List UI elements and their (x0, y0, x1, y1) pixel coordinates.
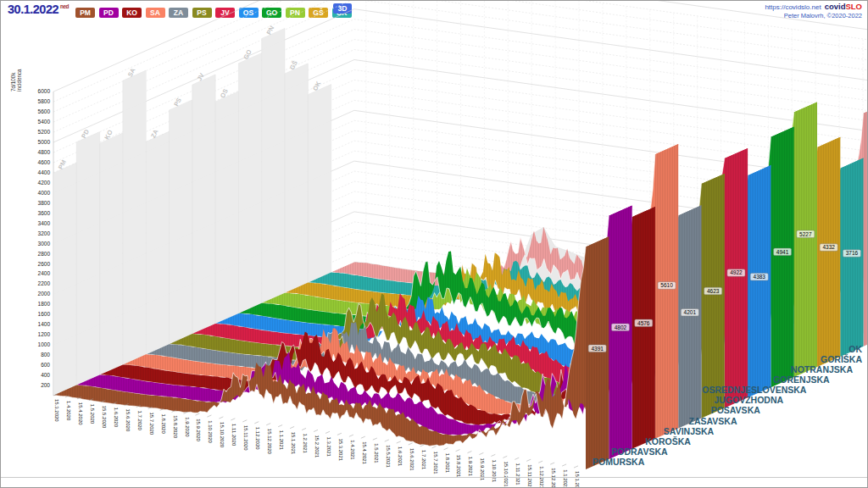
svg-text:800: 800 (41, 352, 50, 358)
svg-text:2200: 2200 (38, 280, 51, 286)
svg-text:5800: 5800 (38, 98, 51, 104)
svg-text:1.11.2021: 1.11.2021 (515, 463, 520, 485)
svg-text:4200: 4200 (38, 180, 51, 186)
bottom-frame-line (1, 477, 867, 478)
svg-text:15.1.2022: 15.1.2022 (575, 471, 580, 488)
svg-text:NOTRANJSKA: NOTRANJSKA (791, 364, 853, 374)
svg-text:3716: 3716 (846, 250, 859, 256)
svg-text:5400: 5400 (38, 119, 51, 125)
svg-text:15.3.2021: 15.3.2021 (338, 438, 343, 461)
svg-text:4391: 4391 (591, 346, 604, 352)
svg-text:KOROŠKA: KOROŠKA (645, 436, 691, 446)
svg-text:5600: 5600 (38, 108, 51, 114)
svg-text:GORENJSKA: GORENJSKA (773, 374, 830, 385)
svg-text:15.10.2021: 15.10.2021 (504, 461, 509, 487)
svg-text:15.11.2020: 15.11.2020 (243, 425, 248, 451)
svg-text:4800: 4800 (38, 149, 51, 155)
svg-text:200: 200 (41, 382, 50, 388)
svg-text:15.9.2020: 15.9.2020 (196, 419, 201, 441)
svg-text:4383: 4383 (754, 274, 766, 280)
svg-text:6000: 6000 (38, 88, 51, 94)
svg-text:15.1.2021: 15.1.2021 (291, 432, 296, 455)
app-window: 30.1.2022ned PMPDKOSAZAPSJVOSGOPNGŠOK 3D… (0, 0, 868, 488)
svg-text:7d/100kincidenca: 7d/100kincidenca (10, 69, 22, 92)
svg-text:1.4.2020: 1.4.2020 (66, 401, 71, 421)
svg-text:1.8.2021: 1.8.2021 (445, 453, 450, 474)
svg-text:1.10.2020: 1.10.2020 (208, 420, 213, 443)
svg-text:15.6.2021: 15.6.2021 (409, 448, 415, 471)
svg-text:5000: 5000 (38, 139, 51, 145)
svg-text:600: 600 (41, 362, 50, 368)
svg-text:15.4.2020: 15.4.2020 (78, 402, 83, 425)
svg-text:4332: 4332 (822, 244, 835, 250)
svg-text:4000: 4000 (38, 190, 51, 196)
svg-text:1.11.2020: 1.11.2020 (231, 424, 236, 446)
svg-text:5200: 5200 (38, 129, 51, 135)
svg-text:15.12.2021: 15.12.2021 (551, 468, 556, 488)
svg-text:1.5.2020: 1.5.2020 (90, 404, 95, 424)
covid-3d-ridge-chart: PMPDKOSAZAPSJVOSGOPNGŠOK2004006008001000… (1, 1, 868, 488)
svg-text:1.9.2021: 1.9.2021 (468, 457, 473, 477)
svg-text:3400: 3400 (38, 220, 51, 226)
svg-text:15.3.2020: 15.3.2020 (54, 399, 59, 422)
svg-text:1.8.2020: 1.8.2020 (161, 413, 166, 434)
svg-text:2600: 2600 (38, 261, 51, 267)
svg-text:15.8.2021: 15.8.2021 (456, 455, 461, 478)
svg-text:1.6.2020: 1.6.2020 (114, 408, 119, 428)
svg-text:3600: 3600 (38, 210, 51, 216)
svg-text:4941: 4941 (776, 249, 789, 255)
svg-text:2800: 2800 (38, 251, 51, 257)
svg-text:1.12.2020: 1.12.2020 (255, 427, 260, 450)
svg-text:5610: 5610 (660, 282, 673, 288)
svg-text:1.9.2020: 1.9.2020 (185, 417, 190, 437)
svg-text:1.6.2021: 1.6.2021 (398, 446, 403, 467)
svg-text:OSREDNJESLOVENSKA: OSREDNJESLOVENSKA (702, 385, 807, 395)
svg-text:1400: 1400 (38, 321, 51, 327)
svg-text:POSAVSKA: POSAVSKA (711, 405, 761, 415)
svg-text:4400: 4400 (38, 169, 51, 175)
svg-text:1.3.2021: 1.3.2021 (326, 436, 331, 457)
svg-text:OK: OK (849, 344, 862, 354)
svg-text:1.1.2021: 1.1.2021 (279, 430, 284, 451)
svg-text:2400: 2400 (38, 270, 51, 276)
svg-text:1.10.2021: 1.10.2021 (492, 460, 497, 483)
svg-text:1.7.2021: 1.7.2021 (421, 450, 426, 470)
svg-text:1200: 1200 (38, 331, 51, 337)
svg-text:GORIŠKA: GORIŠKA (821, 354, 862, 364)
svg-text:3000: 3000 (38, 241, 51, 247)
svg-text:1600: 1600 (38, 311, 51, 317)
svg-text:15.8.2020: 15.8.2020 (173, 415, 178, 438)
svg-text:2000: 2000 (38, 291, 51, 297)
svg-text:5227: 5227 (799, 231, 812, 237)
svg-text:15.10.2020: 15.10.2020 (220, 422, 225, 448)
svg-text:1.4.2021: 1.4.2021 (350, 440, 355, 460)
svg-text:4576: 4576 (637, 320, 650, 326)
svg-text:POMURSKA: POMURSKA (593, 457, 645, 467)
svg-text:4201: 4201 (684, 309, 697, 315)
svg-text:4922: 4922 (730, 269, 743, 275)
svg-text:PODRAVSKA: PODRAVSKA (611, 446, 668, 457)
svg-text:4802: 4802 (615, 324, 627, 330)
svg-text:4623: 4623 (707, 288, 720, 294)
svg-text:1.7.2020: 1.7.2020 (137, 411, 142, 431)
svg-text:15.7.2021: 15.7.2021 (433, 452, 438, 474)
svg-text:1800: 1800 (38, 301, 51, 307)
svg-text:SAVINJSKA: SAVINJSKA (664, 426, 715, 436)
svg-text:1.1.2022: 1.1.2022 (563, 469, 568, 488)
svg-text:4600: 4600 (38, 159, 51, 165)
svg-text:3200: 3200 (38, 230, 51, 236)
svg-text:15.5.2021: 15.5.2021 (386, 445, 391, 468)
svg-text:15.5.2020: 15.5.2020 (102, 406, 107, 429)
svg-text:ZASAVSKA: ZASAVSKA (689, 416, 737, 426)
svg-text:400: 400 (41, 372, 50, 378)
svg-text:1.5.2021: 1.5.2021 (374, 443, 379, 463)
svg-text:JUGOVZHODNA: JUGOVZHODNA (714, 395, 783, 405)
svg-text:15.2.2021: 15.2.2021 (314, 435, 320, 458)
svg-text:1000: 1000 (38, 341, 51, 347)
svg-text:15.7.2020: 15.7.2020 (149, 412, 154, 435)
svg-text:3800: 3800 (38, 200, 51, 206)
svg-text:15.6.2020: 15.6.2020 (125, 409, 131, 432)
svg-text:1.2.2021: 1.2.2021 (303, 434, 308, 454)
svg-text:15.12.2020: 15.12.2020 (267, 429, 272, 455)
svg-text:15.4.2021: 15.4.2021 (362, 441, 367, 464)
